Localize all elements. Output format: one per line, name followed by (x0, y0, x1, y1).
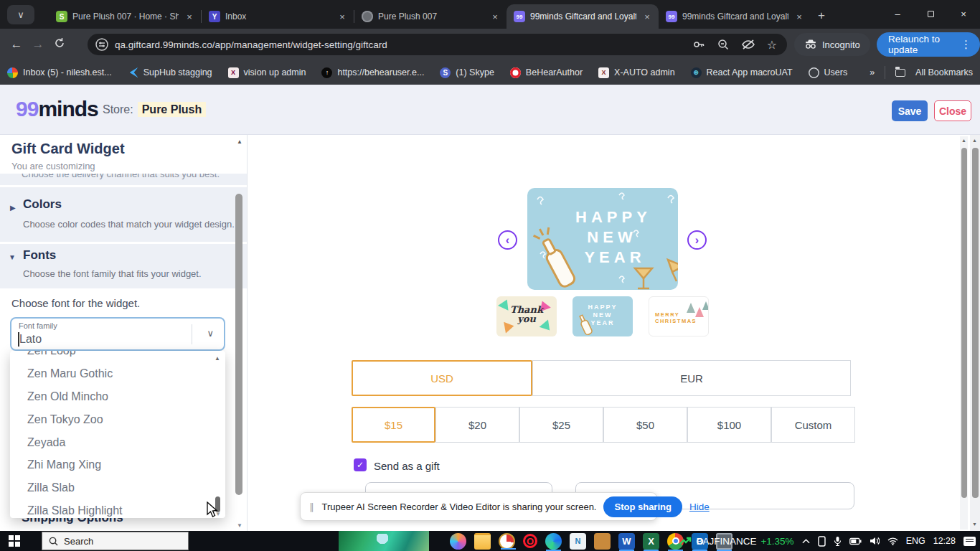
start-button[interactable] (0, 531, 29, 551)
browser-tab-1[interactable]: S Pure Plush 007 · Home · Sho × (49, 4, 201, 29)
bookmark-suphub[interactable]: SupHub stagging (128, 67, 212, 78)
recorder-app-icon[interactable] (499, 533, 515, 550)
font-option[interactable]: Zen Loop (27, 351, 76, 357)
tab-close-icon[interactable]: × (641, 11, 653, 22)
contacts-icon[interactable] (594, 533, 611, 550)
tab-close-icon[interactable]: × (336, 11, 348, 22)
denomination-100[interactable]: $100 (687, 407, 771, 443)
send-as-gift-checkbox[interactable]: ✓ (354, 458, 367, 471)
scroll-up-icon[interactable]: ▲ (215, 355, 220, 362)
back-button[interactable]: ← (6, 37, 27, 52)
browser-tab-2[interactable]: Y Inbox × (202, 4, 354, 29)
bookmark-behearauthor[interactable]: BeHearAuthor (510, 67, 583, 78)
page-scrollbar-thumb[interactable] (972, 148, 979, 498)
fonts-section[interactable]: ▼ Fonts Choose the font family that fits… (0, 244, 247, 288)
font-option[interactable]: Zilla Slab (27, 481, 75, 494)
wifi-icon[interactable] (887, 537, 898, 545)
font-option[interactable]: Zen Tokyo Zoo (27, 413, 103, 426)
scroll-down-icon[interactable]: ▼ (972, 522, 977, 527)
browser-menu-icon[interactable]: ⋮ (961, 38, 971, 51)
thumbnail-merry-christmas[interactable]: MERRYCHRISTMAS (649, 296, 709, 336)
drag-handle-icon[interactable]: ∥ (309, 501, 315, 512)
bookmarks-overflow-icon[interactable]: » (870, 67, 875, 77)
font-option[interactable]: Zen Old Mincho (27, 390, 108, 403)
tab-close-icon[interactable]: × (489, 11, 501, 22)
bookmark-inbox[interactable]: Inbox (5) - nilesh.est... (7, 67, 112, 78)
tab-close-icon[interactable]: × (184, 11, 195, 22)
denomination-custom[interactable]: Custom (771, 407, 855, 443)
zoom-out-icon[interactable] (717, 38, 730, 51)
bookmark-behearuser[interactable]: ↑https://behearuser.e... (321, 67, 424, 78)
show-hidden-icons-chevron[interactable] (802, 538, 810, 544)
currency-tab-eur[interactable]: EUR (532, 360, 851, 396)
browser-tab-5[interactable]: 99 99minds Giftcard and Loyalt × (659, 4, 811, 29)
currency-tab-usd[interactable]: USD (352, 360, 532, 396)
fonts-section-title[interactable]: Fonts (23, 248, 56, 263)
scroll-up-icon[interactable]: ▲ (961, 138, 966, 143)
stop-sharing-button[interactable]: Stop sharing (603, 496, 682, 517)
notepad-icon[interactable]: N (570, 533, 586, 550)
font-family-combobox[interactable]: Font family Lato ∨ (10, 317, 225, 351)
bookmark-skype[interactable]: S(1) Skype (440, 67, 494, 78)
hide-link[interactable]: Hide (689, 501, 710, 512)
bookmark-xauto[interactable]: XX-AUTO admin (598, 67, 675, 78)
scroll-up-icon[interactable]: ▲ (972, 138, 977, 143)
tab-close-icon[interactable]: × (793, 11, 805, 22)
stock-ticker-widget[interactable]: BAJFINANCE +1.35% (679, 536, 793, 547)
font-option[interactable]: Zeyada (27, 436, 65, 449)
bookmark-users[interactable]: Users (809, 67, 848, 78)
edge-icon[interactable] (545, 533, 562, 550)
address-bar[interactable]: qa.giftcard.99minds.co/app/management/wi… (88, 34, 787, 55)
battery-icon[interactable] (849, 537, 862, 545)
password-key-icon[interactable] (692, 38, 705, 51)
reload-button[interactable] (49, 37, 70, 52)
font-option[interactable]: Zhi Mang Xing (27, 458, 101, 471)
denomination-20[interactable]: $20 (435, 407, 519, 443)
clock[interactable]: 12:28 (933, 536, 956, 546)
new-tab-button[interactable]: + (818, 9, 825, 23)
taskbar-search-input[interactable]: Search (42, 532, 189, 550)
colors-section[interactable]: ▶ Colors Choose color codes that match y… (0, 187, 247, 242)
font-family-input[interactable]: Lato (19, 333, 42, 346)
denomination-15[interactable]: $15 (352, 407, 435, 443)
font-option[interactable]: Zilla Slab Highlight (27, 504, 123, 517)
site-info-icon[interactable] (95, 37, 109, 52)
browser-tab-3[interactable]: Pure Plush 007 × (354, 4, 507, 29)
carousel-next-button[interactable]: › (687, 230, 707, 250)
browser-tab-4-active[interactable]: 99 99minds Giftcard and Loyalt × (507, 4, 659, 29)
notification-center-icon[interactable] (963, 537, 976, 546)
chevron-down-icon[interactable]: ∨ (207, 328, 214, 339)
carousel-prev-button[interactable]: ‹ (498, 230, 517, 250)
colors-section-title[interactable]: Colors (23, 197, 62, 212)
eye-hidden-icon[interactable] (741, 38, 755, 51)
phone-link-icon[interactable] (818, 536, 826, 547)
forward-button[interactable]: → (27, 37, 49, 52)
excel-icon[interactable]: X (643, 533, 659, 550)
copilot-icon[interactable] (450, 533, 466, 550)
speaker-icon[interactable] (870, 537, 880, 545)
opera-icon[interactable]: O (523, 534, 537, 548)
thumbnail-thank-you[interactable]: Thankyou (496, 296, 557, 336)
close-button[interactable]: Close (934, 100, 971, 121)
thumbnail-happy-new-year[interactable]: HAPPYNEWYEAR (573, 296, 633, 336)
sidebar-scrollbar-thumb[interactable] (235, 194, 242, 495)
save-button[interactable]: Save (892, 100, 928, 121)
minimize-button[interactable]: – (881, 0, 914, 27)
relaunch-to-update-button[interactable]: Relaunch to update ⋮ (877, 32, 980, 57)
denomination-25[interactable]: $25 (519, 407, 603, 443)
close-window-button[interactable]: × (947, 0, 980, 27)
bookmark-react[interactable]: ⊛React App macroUAT (691, 67, 793, 78)
maximize-button[interactable] (914, 0, 947, 27)
tab-search-button[interactable]: ∨ (7, 5, 34, 24)
language-indicator[interactable]: ENG (906, 536, 925, 546)
file-explorer-icon[interactable] (474, 533, 491, 550)
scroll-up-icon[interactable]: ▲ (237, 138, 242, 145)
font-option[interactable]: Zen Maru Gothic (27, 367, 113, 380)
scroll-down-icon[interactable]: ▼ (237, 522, 242, 529)
denomination-50[interactable]: $50 (603, 407, 687, 443)
bookmark-star-icon[interactable]: ☆ (767, 38, 777, 52)
content-scrollbar-thumb[interactable] (961, 148, 967, 498)
all-bookmarks-button[interactable]: All Bookmarks (915, 67, 973, 77)
word-icon[interactable]: W (618, 533, 635, 550)
bookmark-visionup[interactable]: Xvision up admin (228, 67, 306, 78)
